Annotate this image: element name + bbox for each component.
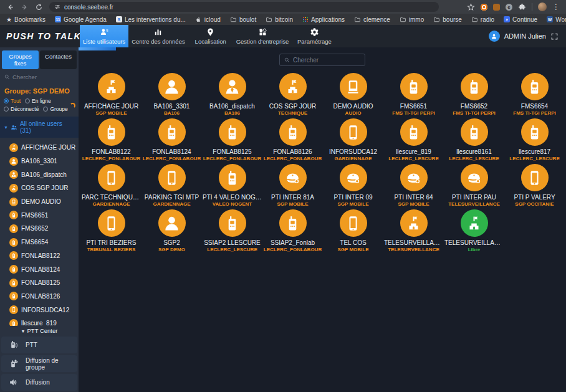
sidebar-search[interactable] xyxy=(4,74,74,82)
filter-déconnecté[interactable]: Déconnecté xyxy=(4,106,39,112)
sidebar-user-item[interactable]: FMS6654 xyxy=(9,236,79,249)
user-tile[interactable]: PARKING TGI MTP GARDIENNAGE xyxy=(142,164,202,209)
filter-en-ligne[interactable]: En ligne xyxy=(25,98,51,104)
extension-monkey-icon[interactable] xyxy=(493,4,500,11)
reload-icon[interactable] xyxy=(35,3,43,11)
back-icon[interactable] xyxy=(6,3,14,11)
sidebar-user-item[interactable]: FONLAB8124 xyxy=(9,262,79,276)
user-tile[interactable]: TELESURVEILLAN... TELESURVEILLANCE xyxy=(383,209,444,255)
user-tile[interactable]: PARC TECHNIQUE 31 GARDIENNAGE xyxy=(81,164,142,209)
sidebar-user-item[interactable]: AFFICHAGE JOUR xyxy=(9,141,79,155)
tab-contactes[interactable]: Contactes xyxy=(40,50,77,69)
user-tile[interactable]: BA106_3301 BA106 xyxy=(142,73,202,118)
tab-groupes-fixes[interactable]: Groupes fixes xyxy=(2,50,39,69)
extension-e-icon[interactable]: e xyxy=(506,4,512,11)
bookmark-item[interactable]: boulot xyxy=(230,16,256,23)
sidebar-user-item[interactable]: DEMO AUDIO xyxy=(9,195,79,209)
user-tile[interactable]: INFORSUDCA12 GARDIENNAGE xyxy=(323,118,383,164)
extension-target-icon[interactable] xyxy=(481,4,487,11)
sidebar-user-item[interactable]: FMS6652 xyxy=(9,222,79,236)
nav-users-nav[interactable]: Liste utilisateurs xyxy=(80,25,128,47)
sidebar-user-item[interactable]: COS SGP JOUR xyxy=(9,181,79,195)
user-tile[interactable]: FONLAB8122 LECLERC_FONLABOUR xyxy=(81,118,142,164)
sidebar-user-item[interactable]: FONLAB8125 xyxy=(9,276,79,290)
user-tile[interactable]: PTI INTER 09 SGP MOBILE xyxy=(323,164,383,209)
bookmark-star-icon[interactable] xyxy=(467,3,475,11)
admin-avatar[interactable] xyxy=(489,31,500,42)
action-group-broadcast[interactable]: Diffusion de groupe xyxy=(1,355,77,372)
loading-bar xyxy=(79,47,116,50)
user-tile[interactable]: FMS6654 FMS TI-TGI PERPI xyxy=(504,73,565,118)
main-search-input[interactable] xyxy=(293,57,355,64)
sidebar-user-item[interactable]: llescure_819 xyxy=(9,317,79,326)
bookmark-item[interactable]: immo xyxy=(400,16,424,23)
main-search[interactable] xyxy=(279,54,365,66)
sidebar-search-input[interactable] xyxy=(12,74,65,80)
user-tile[interactable]: SSIAP2 LLESCURE LECLERC_LESCURE xyxy=(202,209,262,255)
bookmark-item[interactable]: WWord xyxy=(547,16,566,23)
user-tile[interactable]: PTI INTER PAU TELESURVEILLANCE xyxy=(444,164,504,209)
sidebar-user-item[interactable]: INFORSUDCA12 xyxy=(9,303,79,317)
user-tile[interactable]: FMS6652 FMS TI-TGI PERPI xyxy=(444,73,504,118)
user-tile[interactable]: DEMO AUDIO AUDIO xyxy=(323,73,383,118)
smartphone-icon xyxy=(98,209,125,237)
user-tile[interactable]: llescure_819 LECLERC_LESCURE xyxy=(383,118,444,164)
nav-grid-nav[interactable]: Gestion d'entreprise xyxy=(233,25,292,47)
filter-tout[interactable]: Tout xyxy=(4,98,21,104)
nav-pin-nav[interactable]: Localisation xyxy=(188,25,233,47)
user-tile[interactable]: TELESURVEILLAN... Libre xyxy=(444,209,504,255)
refresh-spinner-icon[interactable] xyxy=(70,103,75,108)
user-tile[interactable]: PTI 4 VALEO NOGE... VALEO NOGENT xyxy=(202,164,262,209)
user-tile[interactable]: PTI TRI BEZIERS TRIBUNAL BEZIERS xyxy=(81,209,142,255)
user-tile[interactable]: llescure8161 LECLERC_LESCURE xyxy=(444,118,504,164)
filter-groupe[interactable]: Groupe xyxy=(43,106,67,112)
bookmark-item[interactable]: Applications xyxy=(302,16,345,23)
ptt-center-header[interactable]: ▼PTT Center xyxy=(0,326,79,337)
bookmark-item[interactable]: clemence xyxy=(354,16,390,23)
user-tile[interactable]: AFFICHAGE JOUR SGP MOBILE xyxy=(81,73,142,118)
bookmark-item[interactable]: icloud xyxy=(195,16,221,23)
user-tile[interactable]: PTI INTER 64 SGP MOBILE xyxy=(383,164,444,209)
user-group: LECLERC_LESCURE xyxy=(444,156,504,161)
action-ptt[interactable]: PTT xyxy=(1,337,77,353)
sidebar-user-item[interactable]: FMS6651 xyxy=(9,208,79,222)
site-info-icon[interactable] xyxy=(54,4,60,10)
sidebar-user-item[interactable]: FONLAB8126 xyxy=(9,290,79,304)
user-tile[interactable]: TEL COS SGP MOBILE xyxy=(323,209,383,255)
nav-gear-nav[interactable]: Paramétrage xyxy=(292,25,337,47)
bookmark-item[interactable]: ★Bookmarks xyxy=(6,16,46,23)
user-tile[interactable]: FONLAB8125 LECLERC_FONLABOUR xyxy=(202,118,262,164)
address-bar[interactable]: console.seebee.fr xyxy=(49,2,439,12)
browser-menu-icon[interactable]: ⋮ xyxy=(552,3,560,11)
user-tile[interactable]: SGP2 SGP DEMO xyxy=(142,209,202,255)
sidebar-user-name: INFORSUDCA12 xyxy=(21,307,69,313)
bookmark-item[interactable]: 11Google Agenda xyxy=(55,16,107,23)
nav-chart-nav[interactable]: Centre des données xyxy=(128,25,188,47)
sidebar-user-item[interactable]: BA106_3301 xyxy=(9,155,79,168)
bookmark-item[interactable]: »Continue xyxy=(504,16,537,23)
bookmark-item[interactable]: bourse xyxy=(433,16,462,23)
user-group: FMS TI-TGI PERPI xyxy=(444,110,504,116)
user-tile[interactable]: FONLAB8126 LECLERC_FONLABOUR xyxy=(262,118,323,164)
user-tile[interactable]: BA106_dispatch BA106 xyxy=(202,73,262,118)
browser-profile-avatar[interactable] xyxy=(538,2,547,11)
user-tile[interactable]: FMS6651 FMS TI-TGI PERPI xyxy=(383,73,444,118)
sidebar-user-item[interactable]: BA106_dispatch xyxy=(9,168,79,181)
fullscreen-icon[interactable] xyxy=(550,32,559,41)
user-tile[interactable]: SSIAP2_Fonlab LECLERC_FONLABOUR xyxy=(262,209,323,255)
user-tile[interactable]: COS SGP JOUR TECHNIQUE xyxy=(262,73,323,118)
user-tile[interactable]: PTI P VALERY SGP OCCITANIE xyxy=(504,164,565,209)
forward-icon[interactable] xyxy=(21,3,29,11)
user-tile[interactable]: PTI INTER 81A SGP MOBILE xyxy=(262,164,323,209)
action-label: Diffusion de groupe xyxy=(26,357,70,371)
extensions-puzzle-icon[interactable] xyxy=(518,3,526,11)
user-tile[interactable]: llescure817 LECLERC_LESCURE xyxy=(504,118,565,164)
user-tile[interactable]: FONLAB8124 LECLERC_FONLABOUR xyxy=(142,118,202,164)
sidebar-user-item[interactable]: FONLAB8122 xyxy=(9,249,79,263)
user-group: LECLERC_FONLABOUR xyxy=(262,247,323,252)
bookmark-item[interactable]: bitcoin xyxy=(266,16,293,23)
action-speaker[interactable]: Diffusion xyxy=(1,374,77,391)
online-users-header[interactable]: ▼ All online users (31) xyxy=(0,117,79,138)
bookmark-item[interactable]: radio xyxy=(471,16,494,23)
bookmark-item[interactable]: SLes interventions du... xyxy=(116,16,186,23)
